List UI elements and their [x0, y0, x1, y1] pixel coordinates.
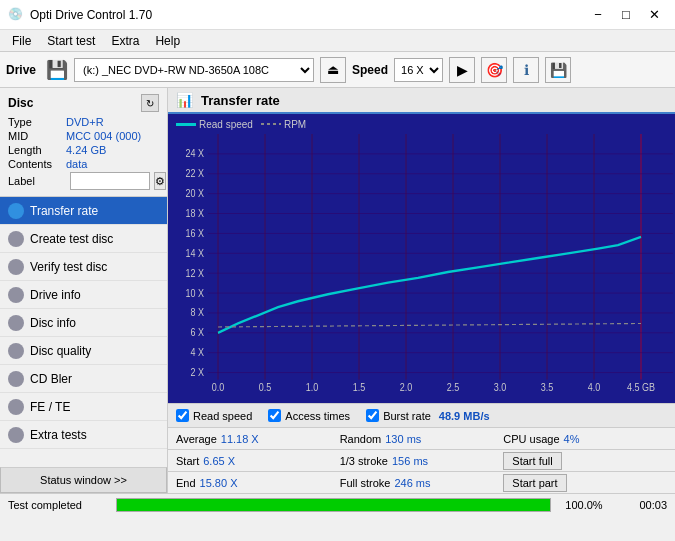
cb-burst-rate-label: Burst rate [383, 410, 431, 422]
start-key: Start [176, 455, 199, 467]
svg-text:6 X: 6 X [191, 327, 205, 339]
svg-rect-0 [168, 134, 675, 403]
read-button[interactable]: ▶ [449, 57, 475, 83]
status-window-button[interactable]: Status window >> [0, 467, 167, 493]
chart-container: 24 X 22 X 20 X 18 X 16 X 14 X 12 X 10 X … [168, 134, 675, 403]
transfer-rate-icon [8, 203, 24, 219]
cb-read-speed-input[interactable] [176, 409, 189, 422]
nav-extra-tests[interactable]: Extra tests [0, 421, 167, 449]
info-button[interactable]: ℹ [513, 57, 539, 83]
content-header: 📊 Transfer rate [168, 88, 675, 114]
menu-start-test[interactable]: Start test [39, 32, 103, 50]
stroke-key: 1/3 stroke [340, 455, 388, 467]
cb-access-times-label: Access times [285, 410, 350, 422]
stat-start: Start 6.65 X [176, 455, 340, 467]
disc-refresh-button[interactable]: ↻ [141, 94, 159, 112]
nav-cd-bler-label: CD Bler [30, 372, 72, 386]
nav-list: Transfer rate Create test disc Verify te… [0, 197, 167, 449]
svg-text:3.0: 3.0 [494, 382, 507, 394]
legend-color-read-speed [176, 123, 196, 126]
content-area: 📊 Transfer rate Read speed RPM [168, 88, 675, 493]
svg-text:0.5: 0.5 [259, 382, 272, 394]
nav-drive-info-label: Drive info [30, 288, 81, 302]
stat-start-full: Start full [503, 452, 667, 470]
stat-end: End 15.80 X [176, 477, 340, 489]
status-time: 00:03 [617, 499, 667, 511]
mid-val: MCC 004 (000) [66, 130, 141, 142]
cb-burst-rate-input[interactable] [366, 409, 379, 422]
nav-fe-te-label: FE / TE [30, 400, 70, 414]
stats-row-2: Start 6.65 X 1/3 stroke 156 ms Start ful… [168, 449, 675, 471]
progress-bar-wrap [116, 498, 551, 512]
disc-title: Disc [8, 96, 33, 110]
nav-transfer-rate-label: Transfer rate [30, 204, 98, 218]
cb-read-speed-label: Read speed [193, 410, 252, 422]
start-val: 6.65 X [203, 455, 235, 467]
disc-info-icon [8, 315, 24, 331]
progress-bar-fill [117, 499, 550, 511]
random-key: Random [340, 433, 382, 445]
cb-access-times: Access times [268, 409, 350, 422]
maximize-button[interactable]: □ [613, 4, 639, 26]
menu-extra[interactable]: Extra [103, 32, 147, 50]
svg-text:3.5: 3.5 [541, 382, 554, 394]
settings-button[interactable]: 🎯 [481, 57, 507, 83]
eject-button[interactable]: ⏏ [320, 57, 346, 83]
nav-disc-quality[interactable]: Disc quality [0, 337, 167, 365]
save-button[interactable]: 💾 [545, 57, 571, 83]
length-key: Length [8, 144, 66, 156]
drive-icon: 💾 [46, 59, 68, 81]
extra-tests-icon [8, 427, 24, 443]
speed-label: Speed [352, 63, 388, 77]
nav-drive-info[interactable]: Drive info [0, 281, 167, 309]
average-key: Average [176, 433, 217, 445]
speed-select[interactable]: 16 X [394, 58, 443, 82]
svg-text:14 X: 14 X [186, 247, 205, 259]
start-part-button[interactable]: Start part [503, 474, 566, 492]
main-area: Disc ↻ Type DVD+R MID MCC 004 (000) Leng… [0, 88, 675, 493]
end-key: End [176, 477, 196, 489]
stat-full-stroke: Full stroke 246 ms [340, 477, 504, 489]
full-stroke-val: 246 ms [394, 477, 430, 489]
stat-random: Random 130 ms [340, 433, 504, 445]
cb-read-speed: Read speed [176, 409, 252, 422]
svg-text:4 X: 4 X [191, 347, 205, 359]
chart-svg: 24 X 22 X 20 X 18 X 16 X 14 X 12 X 10 X … [168, 134, 675, 403]
nav-cd-bler[interactable]: CD Bler [0, 365, 167, 393]
contents-key: Contents [8, 158, 66, 170]
nav-create-test-disc[interactable]: Create test disc [0, 225, 167, 253]
sidebar: Disc ↻ Type DVD+R MID MCC 004 (000) Leng… [0, 88, 168, 493]
close-button[interactable]: ✕ [641, 4, 667, 26]
nav-fe-te[interactable]: FE / TE [0, 393, 167, 421]
app-icon: 💿 [8, 7, 24, 23]
menu-file[interactable]: File [4, 32, 39, 50]
start-full-button[interactable]: Start full [503, 452, 561, 470]
svg-text:0.0: 0.0 [212, 382, 225, 394]
svg-text:1.5: 1.5 [353, 382, 366, 394]
nav-disc-quality-label: Disc quality [30, 344, 91, 358]
titlebar: 💿 Opti Drive Control 1.70 − □ ✕ [0, 0, 675, 30]
minimize-button[interactable]: − [585, 4, 611, 26]
svg-text:2 X: 2 X [191, 366, 205, 378]
drive-label: Drive [6, 63, 36, 77]
nav-create-test-disc-label: Create test disc [30, 232, 113, 246]
statusbar: Test completed 100.0% 00:03 [0, 493, 675, 515]
label-key: Label [8, 175, 66, 187]
nav-disc-info-label: Disc info [30, 316, 76, 330]
app-title: Opti Drive Control 1.70 [30, 8, 585, 22]
fe-te-icon [8, 399, 24, 415]
stats-row-3: End 15.80 X Full stroke 246 ms Start par… [168, 471, 675, 493]
nav-verify-test-disc[interactable]: Verify test disc [0, 253, 167, 281]
verify-test-disc-icon [8, 259, 24, 275]
cb-burst-rate: Burst rate 48.9 MB/s [366, 409, 489, 422]
nav-transfer-rate[interactable]: Transfer rate [0, 197, 167, 225]
label-button[interactable]: ⚙ [154, 172, 166, 190]
svg-text:4.0: 4.0 [588, 382, 601, 394]
menu-help[interactable]: Help [147, 32, 188, 50]
drive-select[interactable]: (k:) _NEC DVD+-RW ND-3650A 108C [74, 58, 314, 82]
menubar: File Start test Extra Help [0, 30, 675, 52]
label-input[interactable] [70, 172, 150, 190]
nav-disc-info[interactable]: Disc info [0, 309, 167, 337]
nav-verify-test-disc-label: Verify test disc [30, 260, 107, 274]
cb-access-times-input[interactable] [268, 409, 281, 422]
